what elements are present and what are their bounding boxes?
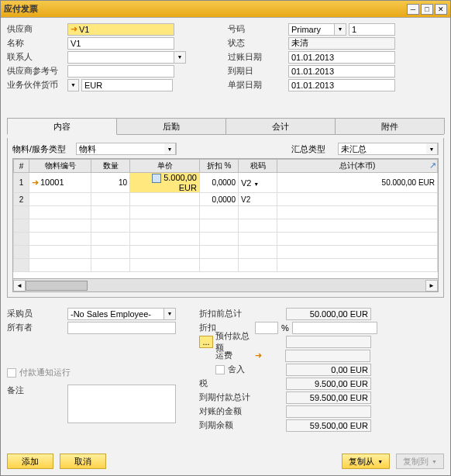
rounding-checkbox[interactable] (215, 365, 225, 374)
cell-price[interactable]: 5.000,00 EUR (130, 173, 200, 193)
scroll-track[interactable] (26, 280, 425, 291)
balance-label: 到期余额 (199, 419, 255, 431)
table-row[interactable] (14, 233, 438, 246)
name-field[interactable]: V1 (67, 37, 174, 50)
chevron-down-icon: ▼ (432, 459, 437, 464)
scroll-left-icon[interactable]: ◄ (13, 280, 26, 291)
items-grid[interactable]: ↗ # 物料编号 数量 单价 折扣 % 税码 总计(本币) 1 ➜10001 (12, 158, 439, 279)
link-arrow-icon[interactable]: ➜ (32, 178, 39, 187)
before-disc-value: 50.000,00 EUR (286, 308, 371, 320)
due-date-field[interactable]: 01.01.2013 (288, 65, 395, 78)
col-disc[interactable]: 折扣 % (200, 160, 239, 173)
col-qty[interactable]: 数量 (91, 160, 130, 173)
chevron-down-icon[interactable]: ▼ (253, 181, 259, 187)
tab-strip: 内容 后勤 会计 附件 (7, 118, 444, 135)
scroll-thumb[interactable] (26, 281, 88, 291)
summary-type-select[interactable]: 未汇总▼ (338, 143, 439, 155)
downpay-value (286, 336, 371, 348)
cell-disc[interactable]: 0,0000 (200, 173, 239, 193)
discount-value-field[interactable] (292, 322, 377, 334)
discount-pct-field[interactable] (255, 322, 278, 334)
link-arrow-icon[interactable]: ➜ (71, 24, 77, 34)
payment-due-value: 59.500,00 EUR (286, 391, 371, 404)
close-button[interactable]: ✕ (435, 4, 447, 15)
number-value-field[interactable]: 1 (349, 23, 395, 36)
table-row[interactable] (14, 246, 438, 259)
tab-logistics[interactable]: 后勤 (116, 118, 226, 134)
number-series-dropdown-icon[interactable]: ▼ (335, 23, 346, 36)
cell-qty[interactable]: 10 (91, 173, 130, 193)
bp-currency-field[interactable]: EUR (81, 79, 173, 91)
before-disc-label: 折扣前总计 (199, 308, 255, 319)
contact-dropdown-icon[interactable]: ▼ (174, 51, 186, 64)
summary-type-dropdown-icon[interactable]: ▼ (426, 143, 438, 155)
posting-date-label: 过账日期 (228, 51, 288, 63)
table-row[interactable]: 1 ➜10001 10 5.000,00 EUR 0,0000 V2 ▼ 50.… (14, 173, 438, 193)
cell-total: 50.000,00 EUR (277, 173, 438, 193)
scroll-right-icon[interactable]: ► (425, 280, 438, 291)
bp-currency-label: 业务伙伴货币 (7, 79, 67, 91)
chevron-down-icon: ▼ (377, 459, 383, 464)
grid-horizontal-scrollbar[interactable]: ◄ ► (12, 279, 439, 292)
balance-value: 59.500,00 EUR (286, 419, 371, 432)
owner-field[interactable] (67, 322, 176, 334)
vendor-ref-field[interactable] (67, 65, 174, 78)
table-row[interactable]: 2 0,0000 V2 (14, 193, 438, 206)
tab-attachments[interactable]: 附件 (335, 118, 445, 134)
remarks-label: 备注 (7, 385, 67, 396)
tab-content[interactable]: 内容 (7, 118, 117, 135)
item-type-dropdown-icon[interactable]: ▼ (164, 143, 176, 155)
freight-value (285, 350, 370, 362)
cell-tax[interactable]: V2 (239, 193, 277, 206)
tax-value: 9.500,00 EUR (286, 378, 371, 390)
contact-field[interactable] (67, 51, 174, 64)
table-row[interactable] (14, 259, 438, 272)
cancel-button[interactable]: 取消 (60, 454, 106, 469)
cell-item[interactable] (29, 193, 91, 206)
posting-date-field[interactable]: 01.01.2013 (288, 51, 395, 64)
name-label: 名称 (7, 37, 67, 49)
col-item-no[interactable]: 物料编号 (29, 160, 91, 173)
cell-total (277, 193, 438, 206)
vendor-field[interactable]: ➜V1 (67, 23, 174, 36)
doc-date-field[interactable]: 01.01.2013 (288, 79, 395, 91)
remarks-field[interactable] (67, 385, 176, 423)
window-title: 应付发票 (4, 3, 405, 15)
item-type-label: 物料/服务类型 (12, 143, 73, 155)
table-row[interactable] (14, 206, 438, 219)
cell-disc[interactable]: 0,0000 (200, 193, 239, 206)
grid-header-row: # 物料编号 数量 单价 折扣 % 税码 总计(本币) (14, 160, 438, 173)
col-tax[interactable]: 税码 (239, 160, 277, 173)
downpay-picker-button[interactable]: ... (199, 336, 213, 348)
applied-value (286, 405, 371, 418)
table-row[interactable] (14, 219, 438, 233)
copy-from-button[interactable]: 复制从 ▼ (342, 454, 390, 469)
number-series-field[interactable]: Primary (288, 23, 335, 36)
due-date-label: 到期日 (228, 65, 288, 77)
add-button[interactable]: 添加 (7, 454, 53, 469)
maximize-button[interactable]: □ (421, 4, 433, 15)
cell-qty[interactable] (91, 193, 130, 206)
link-arrow-icon[interactable]: ➜ (255, 350, 262, 360)
col-price[interactable]: 单价 (130, 160, 200, 173)
rounding-label: 舍入 (228, 364, 255, 375)
col-num[interactable]: # (14, 160, 29, 173)
buyer-dropdown-icon[interactable]: ▼ (164, 308, 176, 320)
cell-item[interactable]: ➜10001 (29, 173, 91, 193)
tab-accounting[interactable]: 会计 (226, 118, 336, 134)
expand-grid-icon[interactable]: ↗ (429, 160, 436, 171)
item-type-select[interactable]: 物料▼ (76, 143, 177, 155)
owner-label: 所有者 (7, 322, 67, 333)
cell-price[interactable] (130, 193, 200, 206)
col-total[interactable]: 总计(本币) (277, 160, 438, 173)
status-label: 状态 (228, 37, 288, 49)
payment-due-label: 到期付款总计 (199, 391, 255, 403)
bp-currency-dropdown-icon[interactable]: ▼ (67, 79, 79, 91)
minimize-button[interactable]: ─ (407, 4, 419, 15)
title-bar: 应付发票 ─ □ ✕ (1, 1, 450, 18)
payment-run-checkbox[interactable] (7, 368, 16, 378)
cell-tax[interactable]: V2 ▼ (239, 173, 277, 193)
buyer-field[interactable]: -No Sales Employee- (67, 308, 164, 320)
freight-label: 运费 (215, 350, 255, 361)
calculator-icon[interactable] (152, 174, 161, 183)
